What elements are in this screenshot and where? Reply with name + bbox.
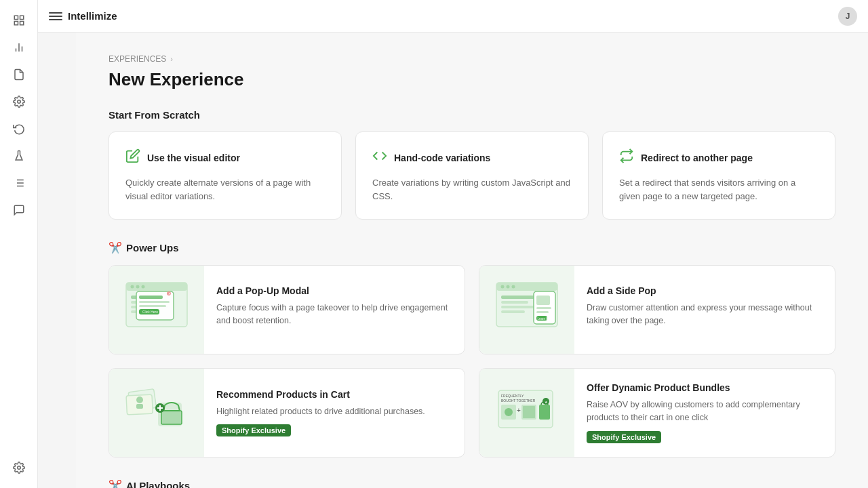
svg-point-37 — [512, 285, 515, 289]
svg-rect-26 — [139, 296, 163, 299]
svg-rect-2 — [20, 22, 23, 25]
card-visual-editor-desc: Quickly create alternate versions of a p… — [125, 176, 325, 203]
card-recommend-products-title: Recommend Products in Cart — [216, 389, 425, 400]
svg-point-18 — [131, 285, 134, 289]
card-popup-modal-content: Add a Pop-Up Modal Capture focus with a … — [204, 266, 465, 354]
svg-rect-66 — [539, 405, 550, 420]
svg-rect-28 — [139, 305, 166, 307]
svg-point-15 — [17, 466, 20, 470]
sidebar-item-global-settings[interactable] — [7, 455, 31, 480]
ai-playbooks-label: AI Playbooks — [126, 480, 190, 488]
main-content: EXPERIENCES › New Experience Start From … — [76, 33, 868, 488]
svg-rect-41 — [501, 310, 525, 313]
svg-rect-45 — [536, 311, 549, 313]
ai-playbooks-section: ✂️ AI Playbooks — [108, 479, 835, 488]
sidebar-item-settings-page[interactable] — [7, 89, 31, 114]
svg-rect-17 — [126, 283, 187, 291]
svg-rect-38 — [501, 296, 535, 299]
svg-rect-51 — [161, 411, 182, 424]
scratch-section-label: Start From Scratch — [108, 109, 200, 121]
card-hand-code[interactable]: Hand-code variations Create variations b… — [355, 131, 589, 220]
card-product-bundles-image: FREQUENTLY BOUGHT TOGETHER + ★ — [479, 369, 574, 457]
svg-rect-65 — [523, 406, 535, 418]
svg-rect-3 — [14, 22, 18, 25]
breadcrumb-separator: › — [170, 55, 173, 63]
sidebar-item-filters[interactable] — [7, 171, 31, 195]
svg-rect-43 — [536, 296, 550, 305]
card-recommend-products[interactable]: Recommend Products in Cart Highlight rel… — [108, 368, 465, 458]
sidebar-item-analytics[interactable] — [7, 35, 31, 60]
section-title-ai-playbooks: ✂️ AI Playbooks — [108, 479, 835, 488]
svg-rect-40 — [501, 306, 535, 308]
ai-playbooks-icon: ✂️ — [108, 479, 122, 488]
card-side-pop-image: Learn More — [479, 266, 574, 354]
card-hand-code-desc: Create variations by writing custom Java… — [372, 176, 572, 203]
card-side-pop-content: Add a Side Pop Draw customer attention a… — [574, 266, 835, 354]
svg-text:+: + — [517, 407, 521, 414]
power-ups-label: Power Ups — [126, 242, 179, 253]
card-redirect-desc: Set a redirect that sends visitors arriv… — [619, 176, 818, 203]
topbar-right: J — [838, 7, 857, 26]
svg-point-7 — [17, 100, 20, 104]
breadcrumb: EXPERIENCES › — [108, 54, 835, 64]
page-title: New Experience — [108, 69, 835, 90]
sidebar-item-messages[interactable] — [7, 198, 31, 222]
card-hand-code-header: Hand-code variations — [372, 148, 572, 167]
card-redirect-header: Redirect to another page — [619, 148, 818, 167]
card-popup-modal-title: Add a Pop-Up Modal — [216, 285, 452, 296]
svg-rect-39 — [501, 301, 528, 304]
svg-rect-27 — [139, 301, 170, 303]
pencil-icon — [125, 148, 140, 167]
card-recommend-products-image — [109, 369, 204, 457]
topbar: Intellimize J — [38, 0, 868, 33]
card-side-pop[interactable]: Learn More Add a Side Pop Draw customer … — [479, 265, 835, 354]
topbar-left: Intellimize — [49, 9, 117, 23]
card-side-pop-desc: Draw customer attention and express your… — [587, 302, 823, 327]
svg-rect-57 — [136, 404, 143, 409]
scratch-cards-row: Use the visual editor Quickly create alt… — [108, 131, 835, 220]
shopify-badge-recommend: Shopify Exclusive — [216, 424, 291, 436]
svg-point-19 — [136, 285, 140, 289]
svg-point-20 — [142, 285, 145, 289]
card-popup-modal-desc: Capture focus with a page takeover to he… — [216, 302, 452, 327]
card-redirect[interactable]: Redirect to another page Set a redirect … — [602, 131, 835, 220]
card-product-bundles[interactable]: FREQUENTLY BOUGHT TOGETHER + ★ — [479, 368, 835, 458]
svg-text:Click Here: Click Here — [142, 310, 158, 314]
card-popup-modal-image: Click Here ✕ — [109, 266, 204, 354]
svg-point-35 — [501, 285, 505, 289]
redirect-icon — [619, 148, 634, 167]
svg-text:FREQUENTLY: FREQUENTLY — [501, 394, 524, 398]
power-cards-row-1: Click Here ✕ Add a Pop-Up Modal Capture … — [108, 265, 835, 354]
sidebar — [0, 0, 38, 488]
card-side-pop-title: Add a Side Pop — [587, 285, 823, 296]
sidebar-item-history[interactable] — [7, 117, 31, 141]
power-ups-icon: ✂️ — [108, 241, 122, 254]
card-visual-editor-header: Use the visual editor — [125, 148, 325, 167]
sidebar-item-dashboard[interactable] — [7, 8, 31, 33]
svg-text:✕: ✕ — [168, 292, 171, 296]
app-name: Intellimize — [68, 10, 117, 22]
sidebar-item-experiments[interactable] — [7, 144, 31, 168]
svg-text:Learn More: Learn More — [538, 317, 554, 321]
menu-toggle-icon[interactable] — [49, 9, 62, 23]
sidebar-bottom-nav — [7, 455, 31, 480]
card-product-bundles-desc: Raise AOV by allowing customers to add c… — [587, 399, 823, 424]
card-product-bundles-content: Offer Dynamic Product Bundles Raise AOV … — [574, 369, 835, 457]
code-icon — [372, 148, 387, 167]
section-title-power-ups: ✂️ Power Ups — [108, 241, 835, 254]
svg-point-36 — [507, 285, 510, 289]
shopify-badge-bundles: Shopify Exclusive — [587, 431, 661, 443]
sidebar-nav — [7, 8, 31, 453]
card-hand-code-title: Hand-code variations — [394, 152, 490, 163]
card-popup-modal[interactable]: Click Here ✕ Add a Pop-Up Modal Capture … — [108, 265, 465, 354]
sidebar-item-reports[interactable] — [7, 62, 31, 87]
card-visual-editor[interactable]: Use the visual editor Quickly create alt… — [108, 131, 342, 220]
breadcrumb-parent[interactable]: EXPERIENCES — [108, 54, 166, 64]
svg-rect-1 — [20, 16, 23, 19]
svg-rect-34 — [496, 283, 557, 291]
card-redirect-title: Redirect to another page — [641, 152, 753, 163]
svg-text:BOUGHT TOGETHER: BOUGHT TOGETHER — [501, 399, 536, 403]
user-avatar[interactable]: J — [838, 7, 857, 26]
card-recommend-products-content: Recommend Products in Cart Highlight rel… — [204, 369, 437, 457]
power-cards-row-2: Recommend Products in Cart Highlight rel… — [108, 368, 835, 458]
